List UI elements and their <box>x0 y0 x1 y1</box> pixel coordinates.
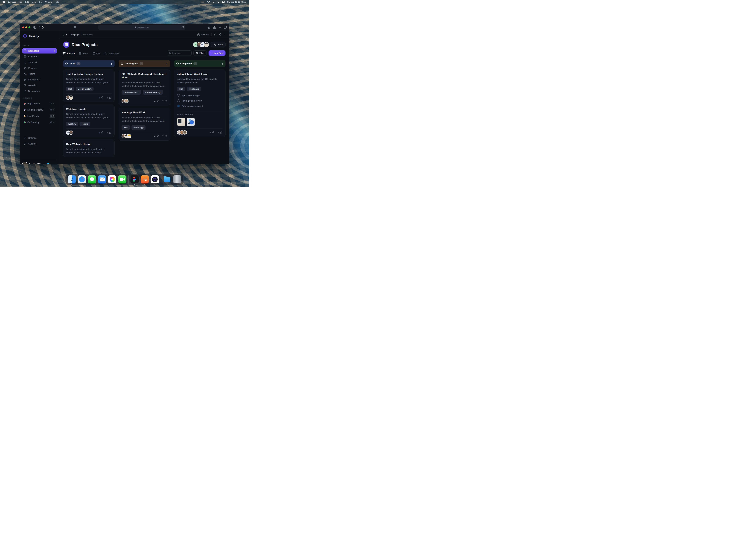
sidebar-item-projects[interactable]: Projects <box>22 65 57 71</box>
checkbox-unchecked-icon[interactable] <box>177 94 180 97</box>
focus-moon-icon[interactable] <box>217 1 220 3</box>
tab-overview-icon[interactable] <box>224 26 227 29</box>
menubar-clock[interactable]: Sat Sep 18 11:02 AM <box>227 1 246 3</box>
sidebar-item-time-off[interactable]: Time Off <box>22 59 57 65</box>
sidebar-item-support[interactable]: Support <box>22 141 57 146</box>
pin-icon <box>156 100 159 103</box>
dock-trash-icon[interactable] <box>173 175 181 183</box>
attachment-thumbnail[interactable] <box>177 118 185 126</box>
member-avatar-stack[interactable]: AI MD <box>193 42 209 47</box>
tag[interactable]: High <box>177 87 185 91</box>
menu-window[interactable]: Window <box>45 1 52 3</box>
breadcrumb-parent[interactable]: My pages <box>71 33 80 36</box>
dock-swift-icon[interactable] <box>141 175 149 183</box>
task-card[interactable]: Nex App Flow Work Search for inspiration… <box>119 108 170 140</box>
sidebar-label-on-standby[interactable]: On Standby ⌘ 3 <box>22 119 57 125</box>
search-input[interactable] <box>172 52 189 54</box>
dock-taskfly-icon[interactable] <box>151 175 159 183</box>
subtask-row[interactable]: Initial design review <box>177 98 223 103</box>
sidebar-label-medium-priority[interactable]: Medium Priority ⌘ 2 <box>22 107 57 113</box>
close-window-button[interactable] <box>22 26 24 28</box>
share-nodes-icon[interactable] <box>219 33 221 36</box>
add-card-icon[interactable]: + <box>222 62 223 65</box>
sidebar-item-settings[interactable]: Settings <box>22 135 57 141</box>
url-bar[interactable]: Shipcab.com <box>98 25 185 30</box>
task-card[interactable]: Jab.net Team Work Flow Approved the desi… <box>174 70 226 137</box>
subtask-row[interactable]: Approved budget <box>177 93 223 98</box>
dock-messages-icon[interactable] <box>88 175 96 183</box>
sidebar-item-benefits[interactable]: Benefits <box>22 83 57 88</box>
dock-figma-icon[interactable] <box>131 175 139 183</box>
dock-finder-icon[interactable] <box>68 175 76 183</box>
task-card[interactable]: Dice Website Design Search for inspirati… <box>63 139 114 157</box>
add-card-icon[interactable]: + <box>166 62 168 65</box>
downloads-icon[interactable] <box>207 26 210 29</box>
browser-back-icon[interactable] <box>38 26 40 29</box>
tag[interactable]: Webflow <box>66 122 78 126</box>
wifi-icon[interactable] <box>207 1 210 3</box>
tag[interactable]: Temple <box>79 122 90 126</box>
menu-edit[interactable]: Edit <box>25 1 29 3</box>
menubar-app-name[interactable]: Savsass <box>8 1 16 3</box>
dock-folder-icon[interactable] <box>163 175 171 183</box>
add-card-icon[interactable]: + <box>110 62 112 65</box>
tag[interactable]: High <box>66 87 74 91</box>
apple-menu-icon[interactable] <box>3 1 5 3</box>
sidebar-item-calendar[interactable]: Calendar <box>22 54 57 59</box>
tab-list[interactable]: List <box>93 50 100 57</box>
dock-safari-icon[interactable] <box>78 175 86 183</box>
app-forward-icon[interactable] <box>66 34 67 36</box>
tag[interactable]: Mobile App <box>187 87 201 91</box>
battery-icon[interactable] <box>201 1 205 3</box>
desktop: Savsass File Edit View Go Window Help Sa… <box>0 0 249 187</box>
task-card[interactable]: ZOT Website Redesign & Dashboard Mood Se… <box>119 70 170 105</box>
tag[interactable]: Website Redesign <box>143 90 163 95</box>
add-subtask-button[interactable]: + Add Subtask <box>177 113 223 116</box>
dock-facetime-icon[interactable] <box>118 175 126 183</box>
spotlight-search-icon[interactable] <box>212 1 215 3</box>
sidebar-item-documents[interactable]: Documents <box>22 88 57 94</box>
dock-photos-icon[interactable] <box>108 175 116 183</box>
dock-mail-icon[interactable] <box>98 175 106 183</box>
tag[interactable]: Flow <box>122 125 130 130</box>
new-task-button[interactable]: + New Task <box>209 50 226 56</box>
menu-file[interactable]: File <box>19 1 22 3</box>
new-tab-button[interactable]: New Tab <box>197 33 209 36</box>
tag[interactable]: Design System <box>76 87 94 91</box>
sidebar-label-high-priority[interactable]: High Priority ⌘ 1 <box>22 101 57 107</box>
menu-help[interactable]: Help <box>55 1 59 3</box>
favorite-star-icon[interactable] <box>214 33 216 36</box>
task-card[interactable]: Text Inputs for Design System Search for… <box>63 70 114 102</box>
control-center-icon[interactable] <box>222 1 225 3</box>
tab-table[interactable]: Table <box>79 50 88 57</box>
filter-button[interactable]: Filter <box>194 50 207 56</box>
share-icon[interactable] <box>213 26 216 29</box>
app-back-icon[interactable] <box>62 34 64 36</box>
attachment-thumbnail[interactable] <box>187 118 195 126</box>
minimize-window-button[interactable] <box>25 26 27 28</box>
sidebar-item-integrations[interactable]: Integrations <box>22 77 57 82</box>
new-tab-plus-icon[interactable] <box>218 26 221 29</box>
user-profile[interactable]: Sophia Williams <box>22 160 57 164</box>
menu-go[interactable]: Go <box>39 1 42 3</box>
breadcrumb-current[interactable]: Dice Project <box>82 33 93 36</box>
task-card[interactable]: Webflow Temple Search for inspiration to… <box>63 105 114 137</box>
subtask-row[interactable]: First design concept <box>177 103 223 109</box>
tab-kanban[interactable]: Kanban <box>63 50 75 57</box>
tag[interactable]: Mobile App <box>131 125 146 130</box>
checkbox-checked-icon[interactable] <box>177 105 180 107</box>
zoom-window-button[interactable] <box>28 26 30 28</box>
sidebar-label-low-priority[interactable]: Low Priority ⌘ 3 <box>22 113 57 119</box>
more-kebab-icon[interactable]: ⋮ <box>224 33 226 36</box>
browser-sidebar-icon[interactable] <box>33 26 36 29</box>
sidebar-item-dashboard[interactable]: Dashboard <box>22 48 57 54</box>
privacy-shield-icon[interactable] <box>74 26 76 29</box>
reload-icon[interactable] <box>181 26 184 29</box>
tag[interactable]: Dashboard Mood <box>122 90 141 95</box>
browser-forward-icon[interactable] <box>42 26 44 29</box>
checkbox-unchecked-icon[interactable] <box>177 99 180 102</box>
sidebar-item-teams[interactable]: Teams <box>22 71 57 77</box>
invite-button[interactable]: Invite <box>211 42 226 48</box>
menu-view[interactable]: View <box>32 1 36 3</box>
tab-landscape[interactable]: Landscape <box>104 50 119 57</box>
